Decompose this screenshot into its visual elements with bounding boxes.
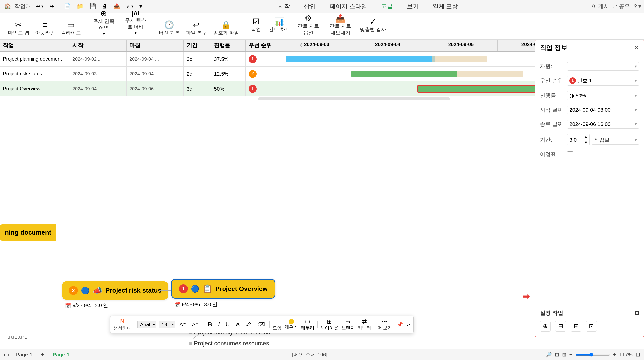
panel-grid-icon[interactable]: ⊞ bbox=[634, 310, 639, 316]
outline-label: 아웃라인 bbox=[35, 29, 55, 36]
underline-btn[interactable]: U bbox=[224, 320, 231, 329]
priority-badge-2: 1 bbox=[248, 85, 256, 93]
text-ai-icon: |AI bbox=[132, 11, 140, 16]
panel-layout-btn[interactable]: ⊡ bbox=[586, 321, 597, 332]
panel-list-icon[interactable]: ≡ bbox=[629, 310, 632, 316]
active-page-tab[interactable]: Page-1 bbox=[48, 350, 74, 358]
fit-btn[interactable]: 🔎 bbox=[546, 351, 552, 357]
start-cell-2: 2024-09-04... bbox=[70, 82, 126, 96]
gantt-export-btn[interactable]: 📤 간트 차트 내보내기 bbox=[325, 13, 356, 37]
home-icon[interactable]: 🏠 bbox=[3, 2, 13, 11]
size-select[interactable]: 19 bbox=[159, 320, 175, 328]
open-btn[interactable]: 📁 bbox=[75, 2, 85, 11]
highlight-btn[interactable]: 🖍 bbox=[244, 320, 253, 329]
duration-unit-input[interactable]: 작업일 ▾ bbox=[592, 135, 639, 145]
status-bar-center: [메인 주제 106] bbox=[78, 351, 542, 358]
menu-page-style[interactable]: 페이지 스타일 bbox=[323, 1, 374, 12]
border-btn[interactable]: ⬚ 테두리 bbox=[301, 318, 314, 331]
date-col-0: ❮ 2024-09-03 bbox=[278, 40, 351, 51]
duration-number-input[interactable] bbox=[567, 136, 582, 144]
outline-btn[interactable]: ≡ 아웃라인 bbox=[33, 20, 57, 37]
version-btn[interactable]: 🕐 버전 기록 bbox=[157, 20, 182, 37]
font-decrease-btn[interactable]: A⁻ bbox=[190, 320, 200, 329]
spell-btn[interactable]: ✓ 맞춤법 검사 bbox=[358, 17, 388, 34]
start-date-input[interactable]: 2024-09-04 08:00 ▾ bbox=[567, 106, 639, 115]
panel-close-btn[interactable]: ✕ bbox=[634, 44, 639, 52]
panel-add-btn[interactable]: ⊕ bbox=[540, 321, 551, 332]
outline-icon: ≡ bbox=[43, 21, 48, 29]
ribbon-group-file: 🕐 버전 기록 ↩ 파일 복구 🔒 암호화 파일 bbox=[154, 15, 244, 38]
panel-minus-btn[interactable]: ⊟ bbox=[555, 321, 566, 332]
menu-view[interactable]: 보기 bbox=[400, 1, 426, 12]
progress-input[interactable]: ◑ 50% ▾ bbox=[567, 91, 639, 100]
task-btn[interactable]: ☑ 작업 bbox=[247, 17, 265, 34]
menu-advanced[interactable]: 고급 bbox=[374, 1, 400, 12]
zoom-slider[interactable] bbox=[575, 352, 610, 356]
restore-btn[interactable]: ↩ 파일 복구 bbox=[184, 20, 209, 37]
start-date-chevron: ▾ bbox=[634, 107, 637, 113]
slide-btn[interactable]: ▭ 슬라이드 bbox=[59, 20, 83, 37]
gantt-opt-btn[interactable]: ⚙ 간트 차트 옵션 bbox=[294, 13, 323, 37]
fill-btn[interactable]: 채우기 bbox=[284, 319, 298, 330]
italic-btn[interactable]: I bbox=[216, 320, 221, 329]
font-increase-btn[interactable]: A⁺ bbox=[178, 320, 188, 329]
text-ai-btn[interactable]: |AI 주제 텍스트 너비 ▾ bbox=[121, 10, 150, 36]
zoom-level-label: 117% bbox=[619, 351, 632, 357]
menu-insert[interactable]: 삽입 bbox=[297, 1, 323, 12]
priority-input[interactable]: 1 번호 1 ▾ bbox=[567, 76, 639, 86]
zoom-minus-btn[interactable]: − bbox=[569, 351, 572, 358]
branch-btn[interactable]: ⇢ 브랜치 bbox=[341, 318, 355, 331]
spell-label: 맞춤법 검사 bbox=[360, 26, 386, 33]
encrypt-btn[interactable]: 🔒 암호화 파일 bbox=[211, 20, 242, 37]
node-partial[interactable]: ning document bbox=[0, 224, 56, 241]
view-split-btn[interactable]: ⊡ bbox=[555, 351, 559, 357]
layout-btn[interactable]: ⊞ 레이아웃 bbox=[320, 318, 338, 331]
shape-btn[interactable]: ▭ 모양 bbox=[273, 318, 282, 331]
page-tab-1[interactable]: Page-1 bbox=[11, 350, 37, 358]
gantt-btn[interactable]: 📊 간트 차트 bbox=[267, 17, 292, 34]
sidebar-toggle-btn[interactable]: ▭ bbox=[4, 351, 9, 358]
panel-section-actions: ≡ ⊞ bbox=[629, 310, 639, 316]
panel-grid-btn[interactable]: ⊞ bbox=[570, 321, 582, 332]
duration-up-btn[interactable]: ▲ bbox=[582, 134, 590, 140]
expand-btn[interactable]: ⊡ bbox=[636, 351, 640, 358]
bold-btn[interactable]: B bbox=[206, 320, 213, 329]
mindmap-label: 마인드 맵 bbox=[8, 29, 29, 36]
redo-btn[interactable]: ↪ bbox=[48, 2, 56, 11]
duration-down-btn[interactable]: ▼ bbox=[582, 140, 590, 145]
gantt-bar-0b bbox=[432, 56, 487, 62]
undo-btn[interactable]: ↩▾ bbox=[34, 2, 46, 11]
node-risk-status[interactable]: 2 🔵 📣 Project risk status 📅 9/3 - 9/4 : … bbox=[62, 281, 168, 310]
end-date-input[interactable]: 2024-09-06 16:00 ▾ bbox=[567, 120, 639, 129]
connector-btn[interactable]: ⇄ 커넥터 bbox=[358, 318, 371, 331]
add-page-btn[interactable]: + bbox=[39, 351, 46, 358]
share-btn[interactable]: ⇌ 공유 bbox=[613, 3, 630, 10]
menu-all[interactable]: 일체 포함 bbox=[426, 1, 465, 12]
more-btn-toolbar[interactable]: ••• 더 보기 bbox=[377, 318, 392, 331]
toolbar-collapse-btn[interactable]: ⊳ bbox=[406, 321, 410, 327]
zoom-plus-btn[interactable]: + bbox=[613, 351, 616, 358]
node-overview[interactable]: 1 🔵 📋 Project Overview 📅 9/4 - 9/6 : 3.0… bbox=[171, 279, 275, 309]
eraser-btn[interactable]: ⌫ bbox=[256, 320, 266, 329]
ai-generate-btn[interactable]: N 생성하다 bbox=[113, 318, 131, 331]
text-color-btn[interactable]: A bbox=[234, 320, 242, 329]
publish-btn[interactable]: ✈ 게시 bbox=[592, 3, 609, 10]
gantt-label: 간트 차트 bbox=[269, 26, 290, 33]
new-doc-btn[interactable]: 📄 bbox=[62, 2, 73, 11]
menu-start[interactable]: 시작 bbox=[271, 1, 297, 12]
version-icon: 🕐 bbox=[164, 21, 174, 29]
milestone-checkbox[interactable] bbox=[567, 151, 573, 157]
status-bar-right: 🔎 ⊡ ⊞ − + 117% ⊡ bbox=[546, 351, 640, 358]
inner-topic-btn[interactable]: ⊕ 주제 안쪽 어벽 ▾ bbox=[89, 9, 119, 37]
mindmap-icon: ✂ bbox=[15, 21, 22, 29]
font-select[interactable]: Arial bbox=[138, 320, 156, 328]
toolbar-pin-btn[interactable]: 📌 bbox=[397, 321, 403, 327]
node-overview-box: 1 🔵 📋 Project Overview bbox=[171, 279, 275, 299]
gantt-scrollbar[interactable] bbox=[258, 97, 450, 100]
status-info: [메인 주제 106] bbox=[292, 351, 328, 358]
resource-input[interactable]: ▾ bbox=[567, 62, 639, 71]
help-btn[interactable]: ? ▾ bbox=[634, 3, 641, 10]
mindmap-btn[interactable]: ✂ 마인드 맵 bbox=[6, 20, 31, 37]
gantt-bar-1b bbox=[458, 71, 524, 77]
fullscreen-btn[interactable]: ⊞ bbox=[562, 351, 566, 357]
